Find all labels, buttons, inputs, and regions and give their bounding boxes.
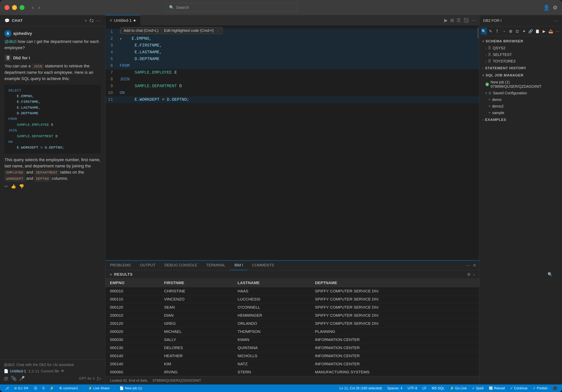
qsys2-expand-icon: ›	[485, 47, 486, 50]
thumbs-up-icon[interactable]: 👍	[11, 184, 16, 189]
status-eol[interactable]: LF	[422, 386, 428, 391]
minimize-button[interactable]	[12, 5, 17, 10]
rp-btn-5[interactable]: ⊞	[508, 28, 514, 35]
thumbs-down-icon[interactable]: 👎	[19, 184, 24, 189]
panel-more-icon[interactable]: ⋯	[466, 263, 470, 268]
status-spaces[interactable]: Spaces: 4	[386, 386, 404, 391]
back-button[interactable]: ‹	[31, 4, 35, 11]
run-icon[interactable]: ▶	[444, 18, 447, 23]
status-continue[interactable]: ✓ Continue	[509, 386, 529, 391]
right-panel-toolbar: 🔍 ✎ ⭱ → ⊞ ⊡ ✦ 🔗 📋 ▶ 📥 ⋯	[479, 26, 562, 36]
examples-label: EXAMPLES	[485, 118, 506, 122]
layout-icon[interactable]: ⬛	[463, 18, 469, 23]
rp-btn-12[interactable]: ⋯	[554, 28, 561, 35]
panel-tab-terminal[interactable]: TERMINAL	[202, 261, 230, 270]
retry-icon[interactable]: ↩	[4, 184, 8, 189]
rp-btn-1[interactable]: 🔍	[481, 28, 487, 35]
tree-item-selftest[interactable]: › 🗄 SELFTEST	[479, 51, 562, 58]
forward-button[interactable]: ›	[37, 4, 41, 11]
tree-item-new-job[interactable]: ● New job (1) 979899/QUSER/QZDASOINIT	[479, 79, 562, 90]
status-go-live[interactable]: ⚡ Go Live	[449, 386, 468, 391]
code-editor[interactable]: Add to chat (Cmd+L) | Edit highlighted c…	[105, 26, 479, 260]
section-examples[interactable]: › EXAMPLES	[479, 116, 562, 123]
rp-btn-4[interactable]: →	[501, 28, 507, 35]
table-cell-6-0: 000030	[105, 336, 160, 344]
list-icon[interactable]: ☰	[457, 18, 461, 23]
line-content-10: ON	[117, 90, 479, 96]
panel-tab-debug[interactable]: DEBUG CONSOLE	[160, 261, 202, 270]
section-sql-job-manager[interactable]: ▾ SQL JOB MANAGER	[479, 72, 562, 79]
close-button[interactable]	[4, 5, 9, 10]
tooltip-add-chat[interactable]: Add to chat (Cmd+L)	[124, 28, 158, 33]
tree-item-demo2[interactable]: + demo2	[479, 103, 562, 110]
section-statement-history[interactable]: › STATEMENT HISTORY	[479, 65, 562, 72]
status-spell[interactable]: ✓ Spell	[471, 386, 485, 391]
table-cell-0-0: 000010	[105, 287, 160, 295]
rp-more-icon[interactable]: ⋯	[554, 18, 558, 23]
line-num-5: 5	[105, 56, 117, 62]
tree-item-demo[interactable]: + demo	[479, 96, 562, 103]
results-expand-icon[interactable]: ›	[473, 272, 475, 277]
send-button[interactable]: ▷	[97, 375, 101, 381]
reload-text: Reload	[494, 386, 505, 390]
more-editor-icon[interactable]: ⋯	[472, 18, 476, 23]
results-settings-icon[interactable]: ⚙	[467, 272, 471, 277]
results-collapse-icon[interactable]: ▾	[110, 272, 112, 277]
rp-btn-8[interactable]: 🔗	[528, 28, 534, 35]
tree-item-qsys2[interactable]: › 🗄 QSYS2	[479, 45, 562, 51]
panel-tab-problems[interactable]: PROBLEMS	[105, 261, 135, 270]
new-job-label: New job (1) 979899/QUSER/QZDASOINIT	[491, 80, 559, 89]
results-table-wrapper[interactable]: EMPNO FIRSTNME LASTNAME DEPTNAME 000010C…	[105, 279, 479, 376]
status-common1[interactable]: ⚙ common1	[58, 386, 79, 391]
table-cell-1-2: LUCCHESSI	[233, 295, 310, 303]
settings-icon[interactable]: ⚙	[553, 4, 558, 11]
rp-btn-9[interactable]: 📋	[535, 28, 540, 35]
tree-item-saved-config[interactable]: ▾ ⚙ Saved Configuration	[479, 90, 562, 96]
status-new-job[interactable]: 📄 New job (1)	[118, 386, 143, 391]
status-errors[interactable]: ⊘ 0⚠ 0✕	[13, 386, 30, 391]
panel-close-icon[interactable]: ✕	[473, 263, 476, 268]
more-icon[interactable]: ⋯	[96, 18, 101, 23]
status-zero[interactable]: 0	[41, 386, 46, 391]
tooltip-edit[interactable]: Edit highlighted code (Cmd+I)	[164, 28, 214, 33]
search-bar[interactable]: 🔍 Search	[166, 3, 298, 12]
panel-tab-ibmi[interactable]: IBM I	[230, 261, 248, 270]
status-live-share[interactable]: ⚡ Live Share	[87, 386, 111, 391]
editor-scrollbar[interactable]	[478, 27, 479, 38]
status-lightning[interactable]: ⚡	[48, 386, 55, 391]
split-icon[interactable]: ⊞	[450, 18, 454, 23]
attach-icon[interactable]: 📎	[11, 376, 17, 381]
new-chat-icon[interactable]: +	[84, 18, 87, 23]
rp-btn-10[interactable]: ▶	[541, 28, 547, 35]
status-last-icon[interactable]: ⬛	[552, 386, 558, 391]
history-icon[interactable]: 🗘	[89, 18, 94, 23]
table-row: 000120SEANO'CONNELLSPIFFY COMPUTER SERVI…	[105, 303, 479, 311]
model-badge[interactable]: GPT 4o ∨	[79, 376, 95, 380]
status-prettier[interactable]: ✓ Prettier	[532, 386, 549, 391]
accounts-icon[interactable]: 👤	[543, 4, 550, 11]
panel-tab-comments[interactable]: COMMENTS	[248, 261, 279, 270]
panel-tab-output[interactable]: OUTPUT	[135, 261, 160, 270]
status-reload[interactable]: 🔄 Reload	[488, 386, 506, 391]
line-content-11: E.WORKDEPT = D.DEPTNO;	[117, 96, 479, 103]
table-cell-7-2: QUINTANA	[233, 344, 310, 352]
editor-tab-untitled[interactable]: ≡ Untitled-1	[105, 15, 140, 25]
at-icon[interactable]: @	[4, 376, 8, 381]
rp-btn-6[interactable]: ⊡	[514, 28, 520, 35]
rp-btn-2[interactable]: ✎	[488, 28, 494, 35]
rp-btn-11[interactable]: 📥	[548, 28, 554, 35]
status-position[interactable]: Ln 11, Col 26 (160 selected)	[339, 386, 383, 391]
table-cell-7-3: INFORMATION CENTER	[311, 344, 479, 352]
tree-item-sample[interactable]: + sample	[479, 110, 562, 116]
rp-btn-7[interactable]: ✦	[521, 28, 527, 35]
maximize-button[interactable]	[20, 5, 24, 10]
status-circle[interactable]: ⓪	[33, 386, 38, 391]
rp-btn-3[interactable]: ⭱	[494, 28, 500, 35]
section-schema-browser[interactable]: ▾ SCHEMA BROWSER	[479, 38, 562, 45]
mic-icon[interactable]: 🎤	[19, 376, 25, 381]
status-language[interactable]: MS SQL	[431, 386, 446, 391]
table-cell-3-2: HEMMINGER	[233, 311, 310, 320]
tree-item-toystore3[interactable]: › 🗄 TOYSTORE3	[479, 58, 562, 65]
status-encoding[interactable]: UTF-8	[407, 386, 418, 391]
status-branch[interactable]: ⎇	[4, 386, 10, 391]
